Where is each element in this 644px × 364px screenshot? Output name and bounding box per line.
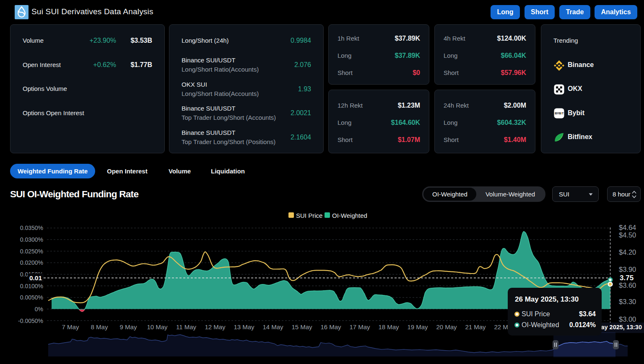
svg-text:13 May: 13 May (234, 323, 254, 330)
svg-text:11 May: 11 May (176, 323, 197, 330)
svg-text:15 May: 15 May (291, 323, 312, 330)
svg-text:0.0200%: 0.0200% (20, 259, 43, 266)
svg-text:$3.60: $3.60 (619, 281, 636, 289)
svg-text:10 May: 10 May (147, 323, 168, 330)
svg-text:$3.00: $3.00 (619, 315, 636, 323)
svg-text:0.0300%: 0.0300% (20, 236, 43, 243)
svg-text:8 May: 8 May (91, 323, 108, 330)
svg-text:21 May: 21 May (465, 323, 486, 330)
svg-text:9 May: 9 May (120, 323, 137, 330)
svg-text:0.0050%: 0.0050% (20, 294, 43, 301)
svg-text:12 May: 12 May (205, 323, 226, 330)
svg-text:18 May: 18 May (378, 323, 399, 330)
svg-text:3.75: 3.75 (620, 274, 634, 282)
svg-text:20 May: 20 May (436, 323, 457, 330)
svg-text:0.01: 0.01 (29, 274, 42, 281)
svg-text:17 May: 17 May (349, 323, 370, 330)
svg-text:$3.90: $3.90 (619, 266, 636, 273)
svg-text:0%: 0% (35, 306, 43, 312)
svg-text:$3.30: $3.30 (619, 298, 636, 305)
svg-text:$4.20: $4.20 (619, 248, 636, 256)
svg-text:0.0350%: 0.0350% (20, 225, 43, 231)
svg-text:14 May: 14 May (262, 323, 283, 330)
svg-text:-0.0050%: -0.0050% (18, 318, 43, 324)
svg-text:16 May: 16 May (320, 323, 341, 330)
svg-text:$4.50: $4.50 (619, 231, 636, 239)
svg-text:$4.64: $4.64 (619, 224, 636, 231)
svg-text:19 May: 19 May (407, 323, 428, 330)
svg-text:7 May: 7 May (62, 323, 79, 330)
svg-text:0.0100%: 0.0100% (20, 283, 43, 289)
svg-text:0.0250%: 0.0250% (20, 248, 43, 255)
